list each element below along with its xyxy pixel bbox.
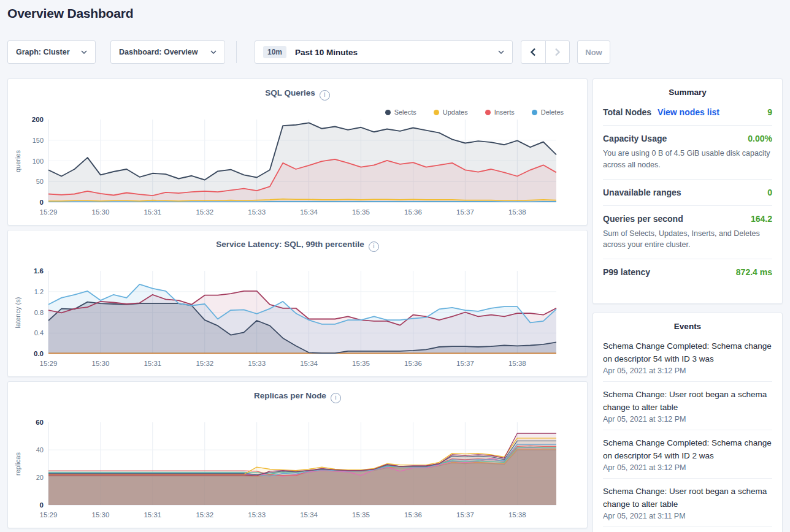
time-range-label: Past 10 Minutes bbox=[295, 48, 498, 57]
event-item: Schema Change: User root began a schema … bbox=[603, 479, 772, 527]
svg-text:15:33: 15:33 bbox=[248, 511, 266, 519]
view-nodes-list-link[interactable]: View nodes list bbox=[658, 107, 719, 117]
summary-label: Capacity Usage bbox=[603, 134, 667, 143]
chevron-down-icon bbox=[81, 50, 87, 54]
svg-text:0: 0 bbox=[40, 199, 44, 206]
summary-label: Total Nodes bbox=[603, 107, 651, 117]
event-item: Schema Change: User root began a schema … bbox=[603, 382, 772, 430]
svg-text:1.2: 1.2 bbox=[34, 288, 44, 295]
chevron-left-icon bbox=[530, 48, 536, 56]
svg-text:15:38: 15:38 bbox=[508, 360, 526, 367]
svg-text:1.6: 1.6 bbox=[34, 267, 44, 275]
time-range-picker[interactable]: 10m Past 10 Minutes bbox=[255, 40, 513, 64]
event-text: Schema Change Completed: Schema change o… bbox=[603, 436, 772, 462]
svg-text:15:32: 15:32 bbox=[196, 360, 213, 367]
svg-text:15:37: 15:37 bbox=[456, 208, 474, 216]
summary-value: 872.4 ms bbox=[736, 267, 772, 277]
svg-text:0.0: 0.0 bbox=[34, 350, 44, 357]
event-timestamp: Apr 05, 2021 at 3:12 PM bbox=[603, 463, 772, 472]
summary-title: Summary bbox=[603, 88, 772, 97]
chart-header: Replicas per Node bbox=[8, 390, 587, 403]
chevron-down-icon bbox=[210, 50, 217, 54]
service-latency-card: Service Latency: SQL, 99th percentile 0.… bbox=[7, 230, 588, 377]
events-list: Schema Change Completed: Schema change o… bbox=[603, 333, 772, 527]
summary-subtext: You are using 0 B of 4.5 GiB usable disk… bbox=[603, 148, 772, 171]
svg-text:50: 50 bbox=[36, 178, 44, 185]
time-prev-button[interactable] bbox=[521, 41, 545, 63]
chevron-right-icon bbox=[554, 48, 561, 56]
svg-text:15:34: 15:34 bbox=[300, 360, 318, 367]
event-text: Schema Change: User root began a schema … bbox=[603, 388, 772, 414]
svg-text:15:34: 15:34 bbox=[300, 208, 318, 216]
svg-text:15:32: 15:32 bbox=[196, 511, 213, 519]
chart-header: Service Latency: SQL, 99th percentile bbox=[8, 238, 587, 252]
chart-header: SQL Queries bbox=[8, 87, 587, 101]
svg-text:15:35: 15:35 bbox=[352, 511, 370, 519]
dashboard-select[interactable]: Dashboard: Overview bbox=[110, 40, 225, 64]
svg-text:15:37: 15:37 bbox=[456, 511, 474, 519]
svg-text:15:33: 15:33 bbox=[248, 208, 266, 216]
events-panel: Events Schema Change Completed: Schema c… bbox=[592, 313, 783, 532]
dashboard-select-label: Dashboard: Overview bbox=[119, 48, 198, 56]
svg-text:200: 200 bbox=[32, 116, 44, 123]
graph-select[interactable]: Graph: Cluster bbox=[7, 40, 96, 64]
summary-row: Capacity Usage0.00%You are using 0 B of … bbox=[603, 126, 772, 180]
time-nav bbox=[521, 40, 570, 64]
summary-row: Unavailable ranges0 bbox=[603, 180, 772, 206]
svg-text:15:31: 15:31 bbox=[144, 511, 161, 519]
svg-text:15:36: 15:36 bbox=[404, 360, 422, 367]
info-icon[interactable] bbox=[331, 393, 341, 403]
summary-panel: Summary Total NodesView nodes list9Capac… bbox=[592, 78, 783, 304]
now-button[interactable]: Now bbox=[577, 40, 610, 64]
event-timestamp: Apr 05, 2021 at 3:11 PM bbox=[603, 512, 772, 520]
replicas-per-node-chart[interactable]: 020406015:2915:3015:3115:3215:3315:3415:… bbox=[8, 417, 587, 526]
service-latency-chart[interactable]: 0.00.40.81.21.615:2915:3015:3115:3215:33… bbox=[8, 266, 587, 375]
summary-value: 0.00% bbox=[748, 134, 772, 143]
svg-text:60: 60 bbox=[36, 419, 44, 426]
svg-text:replicas: replicas bbox=[14, 452, 21, 476]
svg-text:15:29: 15:29 bbox=[40, 208, 58, 216]
time-next-button[interactable] bbox=[545, 41, 570, 63]
svg-text:15:38: 15:38 bbox=[508, 511, 526, 519]
summary-row: Queries per second164.2Sum of Selects, U… bbox=[603, 206, 772, 260]
info-icon[interactable] bbox=[320, 90, 330, 101]
graph-select-label: Graph: Cluster bbox=[16, 48, 70, 56]
summary-value: 9 bbox=[767, 107, 772, 117]
summary-label: Unavailable ranges bbox=[603, 188, 681, 197]
summary-row: Total NodesView nodes list9 bbox=[603, 99, 772, 126]
chart-title: Replicas per Node bbox=[254, 391, 326, 400]
event-text: Schema Change Completed: Schema change o… bbox=[603, 340, 772, 365]
svg-text:15:38: 15:38 bbox=[508, 208, 526, 216]
replicas-per-node-card: Replicas per Node 020406015:2915:3015:31… bbox=[7, 381, 588, 528]
svg-text:15:30: 15:30 bbox=[92, 208, 110, 216]
page-title: Overview Dashboard bbox=[7, 6, 133, 21]
toolbar-divider bbox=[236, 41, 237, 63]
event-timestamp: Apr 05, 2021 at 3:12 PM bbox=[603, 415, 772, 424]
chart-title: Service Latency: SQL, 99th percentile bbox=[216, 240, 364, 249]
svg-text:15:29: 15:29 bbox=[40, 360, 58, 367]
toolbar: Graph: Cluster Dashboard: Overview 10m P… bbox=[7, 40, 783, 64]
svg-text:15:37: 15:37 bbox=[456, 360, 474, 367]
svg-text:0.4: 0.4 bbox=[34, 329, 44, 336]
svg-text:20: 20 bbox=[36, 474, 44, 481]
event-item: Schema Change Completed: Schema change o… bbox=[603, 430, 772, 479]
svg-text:15:35: 15:35 bbox=[352, 360, 370, 367]
events-title: Events bbox=[603, 322, 772, 331]
now-button-label: Now bbox=[585, 48, 602, 57]
svg-text:40: 40 bbox=[36, 446, 44, 454]
sql-queries-chart[interactable]: 05010015020015:2915:3015:3115:3215:3315:… bbox=[8, 115, 587, 224]
svg-text:15:34: 15:34 bbox=[300, 511, 318, 519]
summary-subtext: Sum of Selects, Updates, Inserts, and De… bbox=[603, 228, 772, 251]
svg-text:0.8: 0.8 bbox=[34, 309, 44, 316]
svg-text:15:33: 15:33 bbox=[248, 360, 266, 367]
svg-text:150: 150 bbox=[33, 137, 44, 144]
sql-queries-card: SQL Queries SelectsUpdatesInsertsDeletes… bbox=[7, 78, 588, 226]
info-icon[interactable] bbox=[369, 241, 379, 252]
svg-text:15:36: 15:36 bbox=[404, 208, 422, 216]
event-timestamp: Apr 05, 2021 at 3:12 PM bbox=[603, 367, 772, 375]
event-item: Schema Change Completed: Schema change o… bbox=[603, 333, 772, 382]
summary-rows: Total NodesView nodes list9Capacity Usag… bbox=[603, 99, 772, 285]
svg-text:15:31: 15:31 bbox=[144, 208, 161, 216]
svg-text:15:30: 15:30 bbox=[92, 511, 110, 519]
svg-text:15:29: 15:29 bbox=[40, 511, 58, 519]
